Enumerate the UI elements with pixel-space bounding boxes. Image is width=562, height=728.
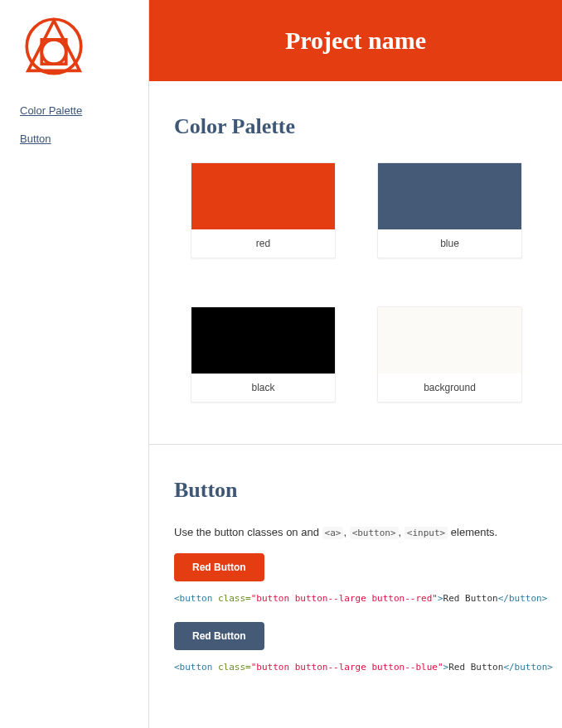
swatch-background: background bbox=[377, 306, 522, 403]
swatch-color bbox=[191, 163, 335, 229]
section-heading: Color Palette bbox=[174, 114, 537, 139]
swatch-color bbox=[378, 163, 521, 229]
code-snippet: <button class="button button--large butt… bbox=[174, 593, 537, 604]
section-button: Button Use the button classes on and <a>… bbox=[149, 445, 562, 728]
code-tag: <a> bbox=[322, 527, 344, 539]
section-heading: Button bbox=[174, 478, 537, 503]
swatch-blue: blue bbox=[377, 162, 522, 258]
sidebar-nav: Color Palette Button bbox=[20, 104, 128, 145]
swatch-red: red bbox=[191, 162, 336, 258]
logo bbox=[20, 17, 128, 79]
header: Project name bbox=[149, 0, 562, 81]
main: Project name Color Palette red blue blac… bbox=[149, 0, 562, 728]
nav-link-button[interactable]: Button bbox=[20, 133, 51, 145]
section-color-palette: Color Palette red blue black background bbox=[149, 81, 562, 445]
swatch-label: blue bbox=[378, 229, 521, 258]
button-example-red[interactable]: Red Button bbox=[174, 553, 264, 581]
swatch-color bbox=[378, 307, 521, 374]
section-description: Use the button classes on and <a>, <butt… bbox=[174, 526, 537, 538]
page-title: Project name bbox=[157, 27, 554, 55]
swatch-label: red bbox=[191, 229, 335, 258]
swatch-label: black bbox=[191, 374, 335, 402]
swatch-black: black bbox=[191, 306, 336, 403]
button-example-blue[interactable]: Red Button bbox=[174, 622, 264, 650]
swatch-color bbox=[191, 307, 335, 374]
svg-point-3 bbox=[41, 40, 65, 64]
palette-grid: red blue black background bbox=[191, 162, 537, 403]
code-tag: <input> bbox=[405, 527, 448, 539]
logo-icon bbox=[20, 17, 88, 76]
nav-link-color-palette[interactable]: Color Palette bbox=[20, 104, 82, 117]
code-snippet: <button class="button button--large butt… bbox=[174, 662, 537, 673]
sidebar: Color Palette Button bbox=[0, 0, 149, 728]
code-tag: <button> bbox=[350, 527, 399, 539]
swatch-label: background bbox=[378, 374, 521, 402]
